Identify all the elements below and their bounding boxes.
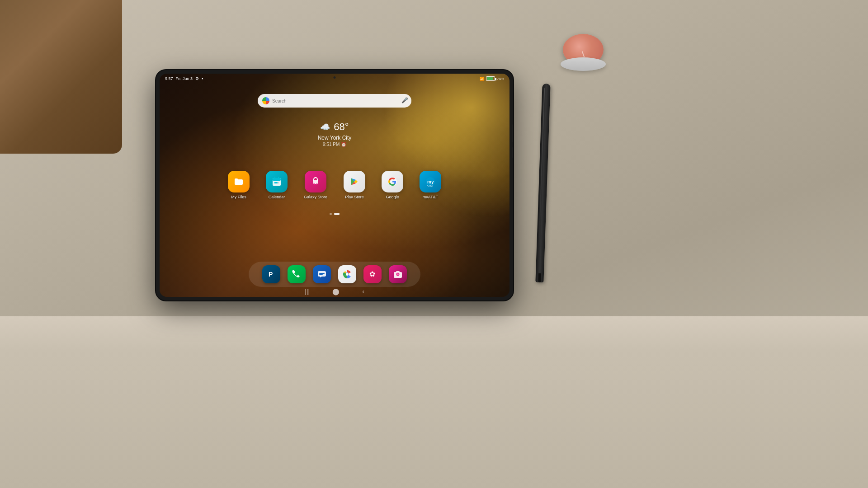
svg-rect-15: [319, 273, 325, 274]
google-icon: [382, 171, 403, 192]
calendar-label: Calendar: [269, 195, 285, 199]
play-store-icon: [344, 171, 365, 192]
dock-pandora[interactable]: P: [262, 265, 280, 283]
dock-phone[interactable]: [288, 265, 306, 283]
alarm-icon: ⏰: [341, 142, 346, 147]
svg-point-19: [346, 273, 349, 276]
nav-recents-button[interactable]: |||: [305, 288, 310, 295]
screen-record-icon: ▪: [202, 76, 203, 81]
myatt-label: myAT&T: [423, 195, 438, 199]
google-search-bar[interactable]: 🎤: [258, 94, 411, 108]
status-right: 📶 74%: [480, 76, 504, 81]
app-my-files[interactable]: My Files: [228, 171, 250, 199]
app-play-store[interactable]: Play Store: [344, 171, 365, 199]
calendar-svg: [271, 176, 282, 187]
app-calendar[interactable]: Calendar: [266, 171, 288, 199]
svg-rect-5: [276, 182, 278, 183]
page-dot-2: [334, 213, 340, 215]
play-store-svg: [349, 176, 360, 188]
settings-icon: ⚙: [195, 76, 199, 81]
svg-text:AT&T: AT&T: [427, 184, 434, 187]
nav-home-button[interactable]: ⬤: [332, 288, 340, 295]
galaxy-store-svg: [310, 176, 321, 188]
app-galaxy-store[interactable]: Galaxy Store: [304, 171, 327, 199]
weather-temperature: 68°: [334, 121, 349, 133]
nav-back-button[interactable]: ‹: [362, 288, 364, 295]
battery-percent: 74%: [497, 77, 504, 81]
status-date: Fri, Jun 3: [176, 76, 193, 81]
myatt-icon: my AT&T: [420, 171, 441, 192]
phone-svg: [292, 269, 302, 279]
tablet-volume-button[interactable]: [513, 147, 513, 158]
weather-widget: ☁️ 68° New York City 9:51 PM ⏰: [318, 121, 352, 147]
galaxy-store-label: Galaxy Store: [304, 195, 327, 199]
dock-blossom[interactable]: ✿: [363, 265, 382, 283]
app-grid: My Files Calendar: [228, 171, 441, 199]
chrome-svg: [342, 269, 352, 279]
mic-icon[interactable]: 🎤: [401, 97, 407, 104]
candle: [561, 25, 606, 70]
svg-rect-16: [319, 274, 323, 275]
dock-chrome[interactable]: [338, 265, 356, 283]
desk-edge: [0, 316, 868, 488]
dock-camera[interactable]: [389, 265, 407, 283]
app-dock: P: [249, 262, 420, 287]
camera-svg: [393, 269, 403, 279]
svg-rect-6: [278, 182, 279, 183]
folder-svg: [233, 176, 244, 187]
svg-text:P: P: [269, 271, 273, 278]
svg-point-22: [397, 273, 399, 275]
svg-rect-4: [274, 182, 276, 183]
tablet-power-button[interactable]: [513, 124, 513, 142]
svg-rect-1: [273, 178, 281, 181]
my-files-icon: [228, 171, 250, 192]
status-bar: 9:57 Fri, Jun 3 ⚙ ▪ 📶 74%: [160, 74, 509, 84]
myatt-svg: my AT&T: [425, 176, 436, 188]
search-input[interactable]: [272, 94, 399, 108]
google-svg: [387, 176, 398, 188]
blossom-svg: ✿: [368, 269, 377, 279]
play-store-label: Play Store: [345, 195, 364, 199]
svg-point-8: [316, 183, 317, 185]
app-myatt[interactable]: my AT&T myAT&T: [420, 171, 441, 199]
weather-cloud-icon: ☁️: [320, 122, 330, 132]
weather-city: New York City: [318, 135, 352, 141]
status-time: 9:57: [165, 76, 173, 81]
navigation-bar: ||| ⬤ ‹: [305, 288, 364, 295]
messages-svg: [317, 269, 327, 279]
wifi-icon: 📶: [480, 77, 484, 81]
status-left: 9:57 Fri, Jun 3 ⚙ ▪: [165, 76, 203, 81]
tablet-screen: 9:57 Fri, Jun 3 ⚙ ▪ 📶 74% 🎤: [160, 74, 509, 297]
my-files-label: My Files: [231, 195, 246, 199]
dock-messages[interactable]: [313, 265, 331, 283]
spen-tip: [538, 273, 541, 282]
weather-time: 9:51 PM ⏰: [318, 142, 352, 147]
page-dot-1: [330, 213, 332, 215]
pandora-svg: P: [266, 269, 276, 279]
candle-saucer: [561, 57, 606, 71]
tablet: 9:57 Fri, Jun 3 ⚙ ▪ 📶 74% 🎤: [156, 70, 513, 300]
candle-mark: [582, 51, 585, 57]
svg-text:✿: ✿: [369, 270, 375, 278]
svg-point-7: [314, 183, 315, 185]
svg-text:my: my: [427, 179, 434, 184]
app-google[interactable]: Google: [382, 171, 403, 199]
calendar-icon: [266, 171, 288, 192]
floor-corner: [0, 0, 122, 154]
google-label: Google: [386, 195, 399, 199]
battery-icon: [486, 76, 495, 81]
google-logo: [262, 97, 269, 104]
page-dots: [330, 213, 340, 215]
galaxy-store-icon: [305, 171, 326, 192]
weather-time-value: 9:51 PM: [323, 142, 340, 147]
